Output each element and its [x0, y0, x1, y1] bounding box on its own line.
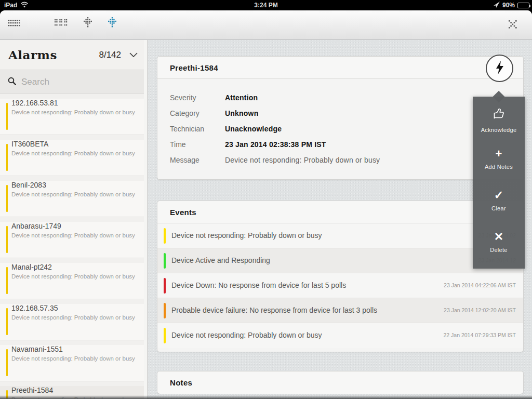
thumbs-up-icon	[492, 107, 506, 123]
field-message: Message Device not responding: Probably …	[170, 152, 511, 168]
alarm-name: Navamani-1551	[11, 345, 147, 353]
action-label: Add Notes	[485, 164, 513, 170]
event-time: 23 Jan 2014 04:22:06 AM IST	[444, 282, 516, 288]
lightning-bolt-icon	[495, 60, 505, 77]
alarm-list: 192.168.53.81 Device not responding: Pro…	[0, 94, 147, 398]
severity-bar	[6, 267, 8, 294]
event-row[interactable]: Device not responding: Probably down or …	[157, 223, 523, 248]
plus-icon: +	[496, 148, 502, 159]
alarm-list-item[interactable]: 192.168.57.35 Device not responding: Pro…	[0, 304, 147, 340]
field-value: Attention	[225, 94, 258, 102]
search-bar	[0, 70, 147, 94]
field-time: Time 23 Jan 2014 02:38:38 PM IST	[170, 137, 511, 152]
alarm-name: 192.168.57.35	[11, 304, 147, 312]
field-technician: Technician Unacknowledge	[170, 121, 511, 137]
alarm-name: Benil-2083	[11, 181, 147, 189]
severity-bar	[164, 228, 166, 244]
alarm-list-item[interactable]: 192.168.53.81 Device not responding: Pro…	[0, 99, 147, 135]
search-input[interactable]	[21, 77, 125, 87]
severity-bar	[6, 144, 8, 171]
toolbar	[0, 10, 532, 39]
alarm-name: Preethi-1584	[11, 386, 147, 394]
battery-icon	[517, 3, 529, 8]
close-icon[interactable]	[508, 20, 517, 31]
alarm-message: Device not responding: Probably down or …	[11, 232, 139, 240]
search-icon	[8, 77, 16, 87]
location-arrow-icon	[494, 2, 500, 9]
bottom-shadow	[0, 395, 532, 399]
alarm-message: Device not responding: Probably down or …	[11, 273, 139, 281]
alarm-name: 192.168.53.81	[11, 99, 147, 107]
acknowledge-button[interactable]: Acknowledge	[473, 97, 525, 138]
field-severity: Severity Attention	[170, 90, 511, 105]
crosshair-view-icon[interactable]	[82, 17, 94, 31]
field-value: Device not responding: Probably down or …	[225, 156, 380, 164]
sidebar-gutter	[144, 40, 147, 399]
alarms-title: Alarms	[8, 48, 57, 62]
grid-view-icon[interactable]	[55, 19, 69, 29]
alarm-actions-button[interactable]	[486, 55, 513, 82]
chevron-down-icon[interactable]	[129, 52, 138, 57]
list-view-icon[interactable]	[8, 20, 21, 29]
severity-bar	[6, 185, 8, 212]
action-label: Acknowledge	[481, 127, 517, 133]
alarm-name: IT360BETA	[11, 140, 147, 148]
severity-bar	[6, 103, 8, 130]
severity-bar	[6, 226, 8, 253]
event-text: Device Active and Responding	[171, 256, 270, 264]
alarm-actions-popover: Acknowledge + Add Notes ✓ Clear ✕ Delete	[473, 97, 525, 269]
action-label: Clear	[491, 205, 506, 211]
severity-bar	[164, 303, 166, 318]
alarm-message: Device not responding: Probably down or …	[11, 191, 139, 199]
field-label: Technician	[170, 125, 225, 133]
severity-bar	[164, 328, 166, 343]
event-text: Device not responding: Probably down or …	[171, 231, 322, 240]
field-label: Message	[170, 156, 225, 164]
alarm-detail-panel: Preethi-1584 Severity Attention Category…	[157, 56, 524, 180]
tree-view-icon[interactable]	[107, 17, 118, 32]
event-row[interactable]: Device not responding: Probably down or …	[157, 323, 523, 348]
alarm-list-item[interactable]: Manal-pt242 Device not responding: Proba…	[0, 263, 147, 299]
alarm-list-item[interactable]: Navamani-1551 Device not responding: Pro…	[0, 345, 147, 381]
alarm-list-item[interactable]: Anbarasu-1749 Device not responding: Pro…	[0, 222, 147, 258]
event-text: Device Down: No response from device for…	[171, 281, 346, 289]
alarms-header: Alarms 8/142	[0, 40, 147, 70]
events-title: Events	[157, 201, 523, 223]
event-row[interactable]: Device Down: No response from device for…	[157, 273, 523, 298]
close-icon: ✕	[494, 231, 503, 243]
alarm-name: Manal-pt242	[11, 263, 147, 271]
notes-panel: Notes	[157, 371, 524, 394]
alarm-detail-title: Preethi-1584	[157, 57, 523, 79]
event-text: Device not responding: Probably down or …	[171, 331, 322, 339]
alarm-message: Device not responding: Probably down or …	[11, 355, 139, 363]
alarm-message: Device not responding: Probably down or …	[11, 314, 139, 322]
severity-bar	[6, 308, 8, 335]
severity-bar	[164, 253, 166, 269]
severity-bar	[6, 349, 8, 376]
events-panel: Events Device not responding: Probably d…	[157, 201, 524, 352]
field-label: Category	[170, 109, 225, 117]
clock: 3:24 PM	[0, 2, 532, 9]
delete-button[interactable]: ✕ Delete	[473, 221, 525, 263]
events-list: Device not responding: Probably down or …	[157, 223, 523, 348]
event-row[interactable]: Device Active and Responding 23 Jan 2014…	[157, 248, 523, 273]
event-time: 22 Jan 2014 07:29:33 PM IST	[443, 332, 516, 338]
alarm-list-item[interactable]: Benil-2083 Device not responding: Probab…	[0, 181, 147, 217]
field-value: 23 Jan 2014 02:38:38 PM IST	[225, 140, 326, 149]
alarm-message: Device not responding: Probably down or …	[11, 150, 139, 158]
add-notes-button[interactable]: + Add Notes	[473, 138, 525, 180]
alarms-sidebar: Alarms 8/142 192.168.53.81 Device not re…	[0, 40, 148, 399]
status-bar: iPad 3:24 PM 90%	[0, 0, 532, 10]
battery-percent: 90%	[502, 2, 515, 9]
event-time: 23 Jan 2014 12:02:20 AM IST	[444, 307, 516, 313]
clear-button[interactable]: ✓ Clear	[473, 180, 525, 221]
event-row[interactable]: Probable device failure: No response fro…	[157, 298, 523, 323]
alarms-count: 8/142	[99, 50, 121, 60]
event-text: Probable device failure: No response fro…	[171, 306, 377, 314]
severity-bar	[164, 278, 166, 294]
field-value: Unacknowledge	[225, 125, 282, 133]
check-icon: ✓	[494, 190, 503, 201]
field-category: Category Unknown	[170, 105, 511, 121]
alarm-list-item[interactable]: IT360BETA Device not responding: Probabl…	[0, 140, 147, 176]
notes-title: Notes	[157, 371, 523, 394]
